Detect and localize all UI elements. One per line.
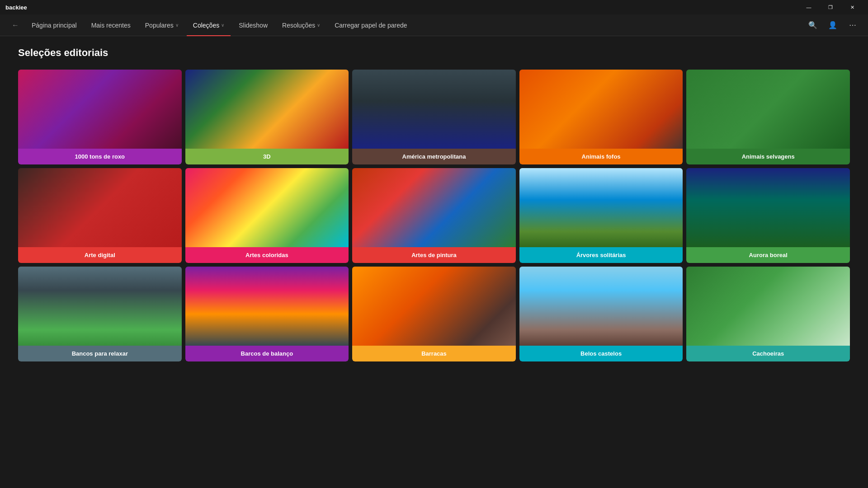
title-bar-left: backiee bbox=[5, 4, 27, 11]
main-content: Seleções editoriais 1000 tons de roxo3DA… bbox=[0, 36, 868, 488]
card-image-painting bbox=[352, 168, 516, 247]
nav-back-button[interactable]: ← bbox=[7, 17, 24, 33]
chevron-icon-popular: ∨ bbox=[175, 23, 179, 28]
card-image-bg-castle bbox=[519, 267, 683, 346]
collection-card-aurora[interactable]: Aurora boreal bbox=[686, 168, 850, 263]
title-bar: backiee — ❐ ✕ bbox=[0, 0, 868, 14]
collection-card-tree[interactable]: Árvores solitárias bbox=[519, 168, 683, 263]
collection-card-castle[interactable]: Belos castelos bbox=[519, 267, 683, 361]
nav-item-recents[interactable]: Mais recentes bbox=[85, 18, 137, 33]
restore-button[interactable]: ❐ bbox=[820, 0, 841, 14]
minimize-button[interactable]: — bbox=[798, 0, 819, 14]
card-image-bg-hedgehog bbox=[519, 70, 683, 149]
card-label-painting: Artes de pintura bbox=[352, 247, 516, 263]
nav-item-resolutions[interactable]: Resoluções ∨ bbox=[276, 18, 326, 33]
card-label-3d: 3D bbox=[185, 149, 349, 164]
card-image-boat bbox=[185, 267, 349, 346]
card-image-hedgehog bbox=[519, 70, 683, 149]
nav-bar: ← Página principalMais recentesPopulares… bbox=[0, 14, 868, 36]
nav-item-collections[interactable]: Coleções ∨ bbox=[187, 18, 231, 33]
card-image-waterfall bbox=[686, 267, 850, 346]
card-image-bench bbox=[18, 267, 182, 346]
card-image-bg-purple bbox=[18, 70, 182, 149]
card-image-bg-hut bbox=[352, 267, 516, 346]
card-image-hut bbox=[352, 267, 516, 346]
app-logo: backiee bbox=[5, 4, 27, 11]
search-button[interactable]: 🔍 bbox=[805, 17, 821, 33]
settings-button[interactable]: ⋯ bbox=[844, 17, 861, 33]
close-button[interactable]: ✕ bbox=[842, 0, 863, 14]
card-image-bg-colorblocks bbox=[185, 168, 349, 247]
card-image-bg-painting bbox=[352, 168, 516, 247]
card-image-bg-3d bbox=[185, 70, 349, 149]
collection-card-bench[interactable]: Bancos para relaxar bbox=[18, 267, 182, 361]
collection-card-city[interactable]: América metropolitana bbox=[352, 70, 516, 164]
card-image-apple bbox=[18, 168, 182, 247]
title-bar-controls: — ❐ ✕ bbox=[798, 0, 863, 14]
card-image-aurora bbox=[686, 168, 850, 247]
card-image-castle bbox=[519, 267, 683, 346]
account-button[interactable]: 👤 bbox=[825, 17, 841, 33]
collection-card-apple[interactable]: Arte digital bbox=[18, 168, 182, 263]
card-label-city: América metropolitana bbox=[352, 149, 516, 164]
collection-card-boat[interactable]: Barcos de balanço bbox=[185, 267, 349, 361]
card-image-city bbox=[352, 70, 516, 149]
nav-items: Página principalMais recentesPopulares ∨… bbox=[25, 18, 414, 33]
card-image-bg-boat bbox=[185, 267, 349, 346]
card-label-castle: Belos castelos bbox=[519, 346, 683, 361]
card-label-boat: Barcos de balanço bbox=[185, 346, 349, 361]
card-image-colorblocks bbox=[185, 168, 349, 247]
nav-item-slideshow[interactable]: Slideshow bbox=[232, 18, 274, 33]
card-label-purple: 1000 tons de roxo bbox=[18, 149, 182, 164]
collection-card-hut[interactable]: Barracas bbox=[352, 267, 516, 361]
chevron-icon-resolutions: ∨ bbox=[317, 23, 320, 28]
card-label-hut: Barracas bbox=[352, 346, 516, 361]
collection-card-hedgehog[interactable]: Animais fofos bbox=[519, 70, 683, 164]
collection-card-3d[interactable]: 3D bbox=[185, 70, 349, 164]
card-label-tree: Árvores solitárias bbox=[519, 247, 683, 263]
nav-item-home[interactable]: Página principal bbox=[25, 18, 83, 33]
nav-item-popular[interactable]: Populares ∨ bbox=[139, 18, 185, 33]
page-title: Seleções editoriais bbox=[18, 47, 850, 59]
card-image-bg-deer bbox=[686, 70, 850, 149]
collection-card-purple[interactable]: 1000 tons de roxo bbox=[18, 70, 182, 164]
card-image-bg-bench bbox=[18, 267, 182, 346]
collection-card-painting[interactable]: Artes de pintura bbox=[352, 168, 516, 263]
collection-card-waterfall[interactable]: Cachoeiras bbox=[686, 267, 850, 361]
card-image-bg-aurora bbox=[686, 168, 850, 247]
card-label-colorblocks: Artes coloridas bbox=[185, 247, 349, 263]
collection-card-colorblocks[interactable]: Artes coloridas bbox=[185, 168, 349, 263]
card-image-bg-city bbox=[352, 70, 516, 149]
card-image-deer bbox=[686, 70, 850, 149]
collections-grid: 1000 tons de roxo3DAmérica metropolitana… bbox=[18, 70, 850, 361]
card-image-bg-tree bbox=[519, 168, 683, 247]
nav-item-upload[interactable]: Carregar papel de parede bbox=[328, 18, 413, 33]
chevron-icon-collections: ∨ bbox=[221, 23, 224, 28]
card-image-tree bbox=[519, 168, 683, 247]
card-label-bench: Bancos para relaxar bbox=[18, 346, 182, 361]
card-label-deer: Animais selvagens bbox=[686, 149, 850, 164]
card-label-aurora: Aurora boreal bbox=[686, 247, 850, 263]
card-image-bg-apple bbox=[18, 168, 182, 247]
collection-card-deer[interactable]: Animais selvagens bbox=[686, 70, 850, 164]
nav-right: 🔍 👤 ⋯ bbox=[805, 17, 861, 33]
card-label-hedgehog: Animais fofos bbox=[519, 149, 683, 164]
card-label-apple: Arte digital bbox=[18, 247, 182, 263]
card-image-bg-waterfall bbox=[686, 267, 850, 346]
card-image-purple bbox=[18, 70, 182, 149]
card-label-waterfall: Cachoeiras bbox=[686, 346, 850, 361]
card-image-3d bbox=[185, 70, 349, 149]
